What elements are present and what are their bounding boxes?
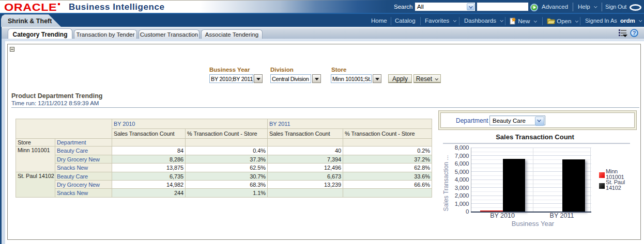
svg-text:?: ? — [632, 30, 636, 36]
